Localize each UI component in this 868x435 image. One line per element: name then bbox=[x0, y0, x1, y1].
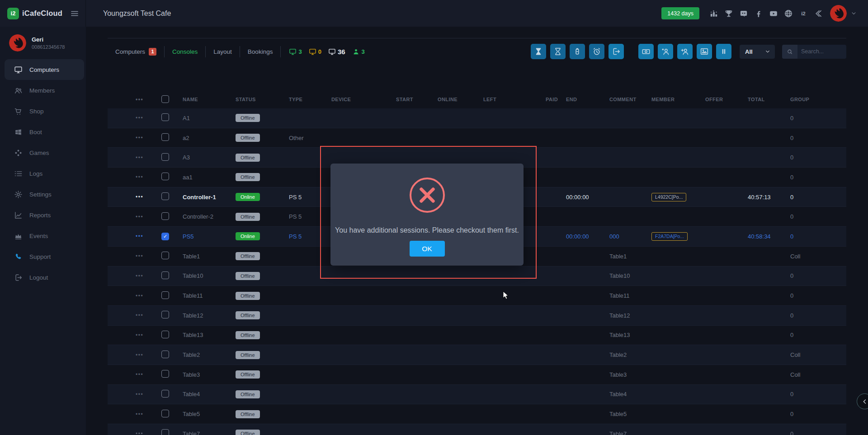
trophy-icon[interactable] bbox=[724, 9, 733, 18]
row-checkbox[interactable] bbox=[161, 291, 169, 299]
checkout-button[interactable] bbox=[609, 44, 624, 59]
topbar-icon-links: i2 bbox=[709, 9, 823, 18]
column-header[interactable]: PAID bbox=[546, 97, 566, 102]
row-menu-button[interactable]: ••• bbox=[108, 391, 160, 398]
row-menu-button[interactable]: ••• bbox=[108, 115, 160, 121]
avatar[interactable] bbox=[830, 5, 847, 22]
chart-icon bbox=[14, 211, 23, 220]
tab-layout[interactable]: Layout bbox=[206, 48, 240, 55]
row-menu-button[interactable]: ••• bbox=[108, 233, 160, 239]
row-checkbox[interactable] bbox=[161, 311, 169, 318]
column-header[interactable]: END bbox=[566, 97, 609, 102]
screenshot-button[interactable] bbox=[697, 44, 712, 59]
facebook-icon[interactable] bbox=[754, 9, 763, 18]
ranking-icon[interactable] bbox=[709, 9, 718, 18]
row-checkbox[interactable] bbox=[161, 233, 169, 240]
column-header[interactable]: LEFT bbox=[483, 97, 546, 102]
column-header[interactable]: TYPE bbox=[289, 97, 331, 102]
cash-button[interactable] bbox=[638, 44, 654, 59]
row-menu-button[interactable]: ••• bbox=[108, 154, 160, 161]
member-badge[interactable]: L4922C[Po... bbox=[651, 193, 686, 201]
column-header[interactable]: MEMBER bbox=[651, 97, 705, 102]
row-checkbox[interactable] bbox=[161, 173, 169, 180]
column-header[interactable]: COMMENT bbox=[609, 97, 651, 102]
row-menu-button[interactable]: ••• bbox=[108, 411, 160, 417]
sidebar-item-shop[interactable]: Shop bbox=[5, 101, 84, 122]
profile-avatar[interactable] bbox=[9, 34, 26, 51]
sidebar-item-games[interactable]: Games bbox=[5, 142, 84, 163]
ok-button[interactable]: OK bbox=[410, 241, 445, 257]
column-header[interactable]: OFFER bbox=[705, 97, 748, 102]
column-header[interactable]: TOTAL bbox=[748, 97, 790, 102]
discord-icon[interactable] bbox=[739, 9, 748, 18]
sidebar-item-settings[interactable]: Settings bbox=[5, 184, 84, 205]
row-menu-button[interactable]: ••• bbox=[108, 352, 160, 358]
brand: i2 iCafeCloud bbox=[0, 0, 86, 27]
hamburger-menu-icon[interactable] bbox=[70, 9, 79, 18]
column-header[interactable]: NAME bbox=[183, 97, 236, 102]
row-menu-button[interactable]: ••• bbox=[108, 332, 160, 338]
sidebar-item-members[interactable]: Members bbox=[5, 80, 84, 101]
sidebar-item-events[interactable]: Events bbox=[5, 225, 84, 246]
cell-name: Table10 bbox=[183, 272, 236, 279]
select-all-checkbox[interactable] bbox=[161, 95, 169, 103]
hourglass-fill-button[interactable] bbox=[531, 44, 546, 59]
filter-select[interactable]: All bbox=[740, 45, 775, 59]
row-checkbox[interactable] bbox=[161, 271, 169, 279]
column-header[interactable]: STATUS bbox=[236, 97, 289, 102]
row-checkbox[interactable] bbox=[161, 192, 169, 200]
row-checkbox[interactable] bbox=[161, 331, 169, 338]
row-checkbox[interactable] bbox=[161, 429, 169, 435]
stack-icon[interactable] bbox=[814, 9, 823, 18]
sidebar-item-logs[interactable]: Logs bbox=[5, 163, 84, 184]
cell-group: 0 bbox=[790, 233, 846, 240]
row-checkbox[interactable] bbox=[161, 113, 169, 121]
column-header[interactable]: START bbox=[396, 97, 438, 102]
row-menu-button[interactable]: ••• bbox=[108, 371, 160, 378]
row-checkbox[interactable] bbox=[161, 351, 169, 358]
row-menu-button[interactable]: ••• bbox=[108, 194, 160, 200]
row-menu-button[interactable]: ••• bbox=[108, 293, 160, 299]
subscription-days-badge[interactable]: 1432 days bbox=[661, 7, 699, 19]
column-header[interactable]: GROUP bbox=[790, 97, 846, 102]
column-header[interactable]: ONLINE bbox=[438, 97, 483, 102]
add-member-button[interactable] bbox=[677, 44, 693, 59]
chevron-down-icon[interactable] bbox=[850, 10, 857, 17]
row-menu-button[interactable]: ••• bbox=[108, 273, 160, 279]
search-input[interactable] bbox=[797, 45, 846, 59]
cell-status: Offline bbox=[236, 134, 289, 142]
sidebar-item-support[interactable]: Support bbox=[5, 246, 84, 267]
sidebar-item-logout[interactable]: Logout bbox=[5, 267, 84, 288]
table-row: •••a2OfflineOther0 bbox=[108, 128, 846, 148]
cell-group: 0 bbox=[790, 194, 846, 201]
globe-icon[interactable] bbox=[784, 9, 793, 18]
row-menu-button[interactable]: ••• bbox=[108, 135, 160, 141]
row-menu-button[interactable]: ••• bbox=[108, 312, 160, 318]
row-checkbox[interactable] bbox=[161, 133, 169, 141]
row-menu-button[interactable]: ••• bbox=[108, 214, 160, 220]
alarm-button[interactable] bbox=[589, 44, 604, 59]
row-checkbox[interactable] bbox=[161, 252, 169, 259]
sidebar-item-boot[interactable]: Boot bbox=[5, 122, 84, 142]
tab-bookings[interactable]: Bookings bbox=[240, 48, 281, 55]
row-checkbox[interactable] bbox=[161, 212, 169, 220]
row-menu-button[interactable]: ••• bbox=[108, 430, 160, 435]
row-menu-button[interactable]: ••• bbox=[108, 174, 160, 180]
hourglass-button[interactable] bbox=[550, 44, 566, 59]
row-checkbox[interactable] bbox=[161, 370, 169, 378]
row-checkbox[interactable] bbox=[161, 153, 169, 161]
row-checkbox[interactable] bbox=[161, 390, 169, 398]
column-header[interactable]: DEVICE bbox=[331, 97, 396, 102]
row-checkbox[interactable] bbox=[161, 410, 169, 417]
pause-button[interactable] bbox=[716, 44, 731, 59]
youtube-icon[interactable] bbox=[769, 9, 778, 18]
tab-consoles[interactable]: Consoles bbox=[165, 48, 205, 55]
add-member-star-button[interactable] bbox=[658, 44, 673, 59]
member-badge[interactable]: F2A7DA[Po... bbox=[651, 232, 688, 241]
icafe-icon[interactable]: i2 bbox=[799, 9, 808, 18]
battery-button[interactable] bbox=[570, 44, 585, 59]
tab-computers[interactable]: Computers1 bbox=[108, 48, 164, 56]
row-menu-button[interactable]: ••• bbox=[108, 253, 160, 259]
sidebar-item-computers[interactable]: Computers bbox=[5, 59, 84, 80]
sidebar-item-reports[interactable]: Reports bbox=[5, 205, 84, 225]
